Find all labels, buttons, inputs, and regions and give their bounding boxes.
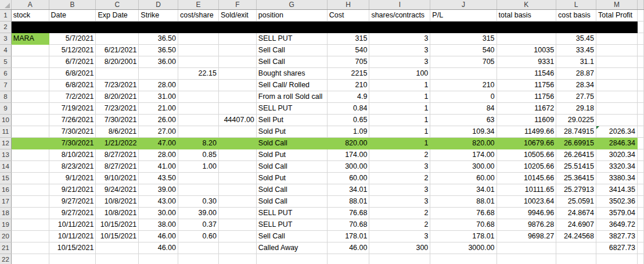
cell-G18[interactable]: SELL PUT [256,208,327,219]
cell-F19[interactable] [218,219,256,231]
column-header-partial[interactable] [637,0,643,10]
cell-B8[interactable]: 7/2/2021 [49,91,96,103]
cell-I9[interactable]: 1 [369,103,430,115]
column-header-E[interactable]: E [178,0,218,10]
cell-I4[interactable]: 3 [369,45,430,56]
cell-J16[interactable]: 34.01 [430,184,497,196]
cell-B17[interactable]: 9/27/2021 [49,196,96,208]
row-header-10[interactable]: 10 [0,115,11,126]
cell-J20[interactable]: 178.01 [430,231,497,242]
cell-D7[interactable]: 28.00 [139,80,178,91]
cell-D14[interactable]: 41.00 [139,161,178,173]
cell-L18[interactable]: 24.8674 [556,208,596,219]
cell-I7[interactable]: 1 [369,80,430,91]
cell-M21[interactable]: 6827.73 [596,242,638,254]
cell-I15[interactable]: 2 [369,173,430,184]
cell-L21[interactable] [556,242,596,254]
cell-D8[interactable]: 31.00 [139,91,178,103]
cell-M22[interactable] [596,254,638,264]
cell-F17[interactable] [218,196,256,208]
cell-E8[interactable] [178,91,218,103]
cell-C16[interactable]: 9/24/2021 [96,184,139,196]
cell-partial-4[interactable] [637,45,643,56]
cell-K14[interactable]: 10205.66 [497,161,556,173]
cell-partial-20[interactable] [637,231,643,242]
cell-L2[interactable] [556,22,596,33]
cell-F4[interactable] [218,45,256,56]
cell-M6[interactable] [596,68,638,80]
cell-partial-12[interactable] [637,138,643,149]
cell-K8[interactable]: 11756 [497,91,556,103]
cell-C18[interactable]: 10/8/2021 [96,208,139,219]
cell-J5[interactable]: 705 [430,56,497,68]
cell-G5[interactable]: Sell Call [256,56,327,68]
cell-J17[interactable]: 88.01 [430,196,497,208]
cell-D13[interactable]: 28.00 [139,149,178,161]
cell-M20[interactable]: 3827.73 [596,231,638,242]
cell-H21[interactable]: 46.00 [327,242,369,254]
cell-B13[interactable]: 8/10/2021 [49,149,96,161]
cell-L3[interactable]: 35.45 [556,33,596,45]
cell-B21[interactable]: 10/15/2021 [49,242,96,254]
cell-G20[interactable]: Sell Call [256,231,327,242]
row-header-8[interactable]: 8 [0,91,11,103]
cell-F3[interactable] [218,33,256,45]
cell-J10[interactable]: 63 [430,115,497,126]
cell-K12[interactable]: 10679.66 [497,138,556,149]
cell-G22[interactable] [256,254,327,264]
cell-B14[interactable]: 8/23/2021 [49,161,96,173]
cell-C6[interactable] [96,68,139,80]
cell-A18[interactable] [11,208,49,219]
cell-E7[interactable] [178,80,218,91]
cell-D20[interactable]: 46.00 [139,231,178,242]
cell-B4[interactable]: 5/12/2021 [49,45,96,56]
cell-G10[interactable]: Sell Put [256,115,327,126]
cell-partial-15[interactable] [637,173,643,184]
cell-A12[interactable] [11,138,49,149]
cell-A22[interactable] [11,254,49,264]
cell-M18[interactable]: 3579.04 [596,208,638,219]
cell-L12[interactable]: 26.69915 [556,138,596,149]
cell-M11[interactable]: 2026.34 [596,126,638,138]
cell-L4[interactable]: 33.45 [556,45,596,56]
cell-C15[interactable]: 9/10/2021 [96,173,139,184]
cell-A15[interactable] [11,173,49,184]
row-header-1[interactable]: 1 [0,10,11,22]
row-header-2[interactable]: 2 [0,22,11,33]
cell-H11[interactable]: 1.09 [327,126,369,138]
row-header-4[interactable]: 4 [0,45,11,56]
cell-A13[interactable] [11,149,49,161]
row-header-18[interactable]: 18 [0,208,11,219]
cell-D10[interactable]: 26.00 [139,115,178,126]
cell-G9[interactable]: SELL PUT [256,103,327,115]
cell-C4[interactable]: 6/21/2021 [96,45,139,56]
row-header-6[interactable]: 6 [0,68,11,80]
cell-F11[interactable] [218,126,256,138]
cell-F1[interactable]: Sold/exit [218,10,256,22]
cell-H10[interactable]: 0.65 [327,115,369,126]
cell-M5[interactable] [596,56,638,68]
cell-M13[interactable]: 3020.34 [596,149,638,161]
cell-A8[interactable] [11,91,49,103]
cell-A21[interactable] [11,242,49,254]
column-header-A[interactable]: A [11,0,49,10]
cell-E9[interactable] [178,103,218,115]
cell-A16[interactable] [11,184,49,196]
cell-D3[interactable]: 36.50 [139,33,178,45]
cell-D4[interactable]: 36.50 [139,45,178,56]
row-header-16[interactable]: 16 [0,184,11,196]
cell-K20[interactable]: 9698.27 [497,231,556,242]
cell-I3[interactable]: 3 [369,33,430,45]
cell-E1[interactable]: cost/share [178,10,218,22]
cell-C2[interactable] [96,22,139,33]
cell-partial-21[interactable] [637,242,643,254]
cell-A19[interactable] [11,219,49,231]
cell-G7[interactable]: Sell Call/ Rolled [256,80,327,91]
cell-J1[interactable]: P/L [430,10,497,22]
cell-F5[interactable] [218,56,256,68]
cell-E15[interactable] [178,173,218,184]
cell-M9[interactable] [596,103,638,115]
cell-E5[interactable] [178,56,218,68]
cell-E22[interactable] [178,254,218,264]
column-header-L[interactable]: L [556,0,596,10]
